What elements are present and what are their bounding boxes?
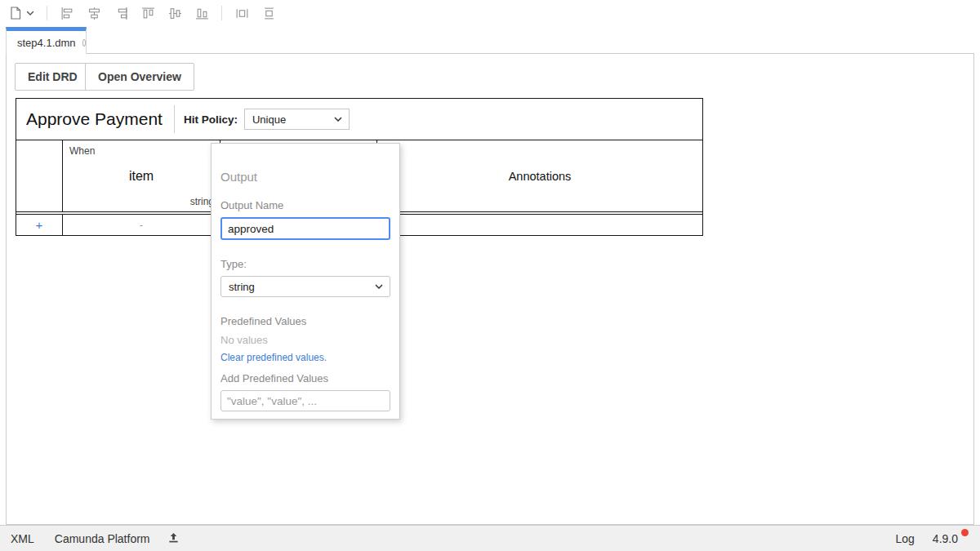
unsaved-indicator-icon[interactable]: [82, 39, 86, 47]
empty-rule-cell[interactable]: -: [63, 215, 220, 235]
toolbar-separator: [221, 6, 222, 20]
version-button[interactable]: 4.9.0: [933, 532, 958, 545]
empty-annotation-cell[interactable]: [377, 215, 702, 235]
tab-title: step4.1.dmn: [17, 37, 76, 49]
hit-policy-value: Unique: [252, 113, 286, 126]
distribute-horizontally-icon[interactable]: [234, 6, 249, 20]
no-values-text: No values: [220, 334, 390, 346]
align-right-icon[interactable]: [114, 6, 128, 20]
decision-table-title-row: Approve Payment Hit Policy: Unique: [16, 99, 702, 140]
clear-predefined-values-link[interactable]: Clear predefined values.: [220, 352, 390, 363]
platform-button[interactable]: Camunda Platform: [55, 532, 150, 545]
toolbar-separator: [47, 6, 47, 20]
align-center-icon[interactable]: [87, 6, 101, 20]
dropdown-caret-icon[interactable]: [26, 6, 34, 20]
type-value: string: [229, 281, 255, 293]
hit-policy-select[interactable]: Unique: [244, 109, 350, 130]
update-notification-dot: [961, 529, 969, 536]
new-file-icon[interactable]: [8, 6, 23, 20]
hit-policy-label: Hit Policy:: [184, 113, 238, 126]
popup-title: Output: [220, 170, 390, 184]
chevron-down-icon: [375, 284, 383, 289]
align-left-icon[interactable]: [60, 6, 74, 20]
deploy-icon[interactable]: [167, 531, 180, 546]
chevron-down-icon: [334, 117, 342, 122]
edit-drd-button[interactable]: Edit DRD: [15, 63, 91, 91]
input-name-label: item: [63, 169, 220, 184]
output-name-label: Output Name: [220, 199, 390, 211]
tab-step4-1-dmn[interactable]: step4.1.dmn: [6, 27, 87, 54]
add-predefined-values-label: Add Predefined Values: [220, 372, 390, 384]
title-divider: [174, 105, 175, 133]
add-predefined-values-input[interactable]: [220, 390, 390, 411]
decision-table-name[interactable]: Approve Payment: [16, 109, 174, 129]
input-column-header[interactable]: When item string: [63, 140, 220, 211]
open-overview-button[interactable]: Open Overview: [85, 63, 194, 91]
type-select[interactable]: string: [220, 276, 390, 297]
output-name-input[interactable]: [220, 217, 390, 240]
align-middle-icon[interactable]: [167, 6, 182, 20]
status-bar: XML Camunda Platform Log 4.9.0: [0, 525, 980, 551]
distribute-vertically-icon[interactable]: [261, 6, 276, 20]
new-file-button[interactable]: [8, 6, 34, 20]
editor-panel: Edit DRD Open Overview Approve Payment H…: [6, 53, 974, 525]
add-rule-button[interactable]: +: [16, 215, 63, 235]
input-when-label: When: [69, 145, 95, 157]
version-label: 4.9.0: [933, 532, 958, 545]
log-toggle-button[interactable]: Log: [896, 532, 915, 545]
align-top-icon[interactable]: [140, 6, 155, 20]
predefined-values-label: Predefined Values: [220, 315, 390, 327]
xml-toggle-button[interactable]: XML: [11, 532, 34, 545]
type-label: Type:: [220, 258, 390, 270]
output-edit-popup: Output Output Name Type: string Predefin…: [211, 143, 400, 420]
toolbar: [0, 0, 980, 26]
annotations-column-header[interactable]: Annotations: [377, 140, 702, 211]
index-column-header: [16, 140, 63, 211]
align-bottom-icon[interactable]: [194, 6, 209, 20]
